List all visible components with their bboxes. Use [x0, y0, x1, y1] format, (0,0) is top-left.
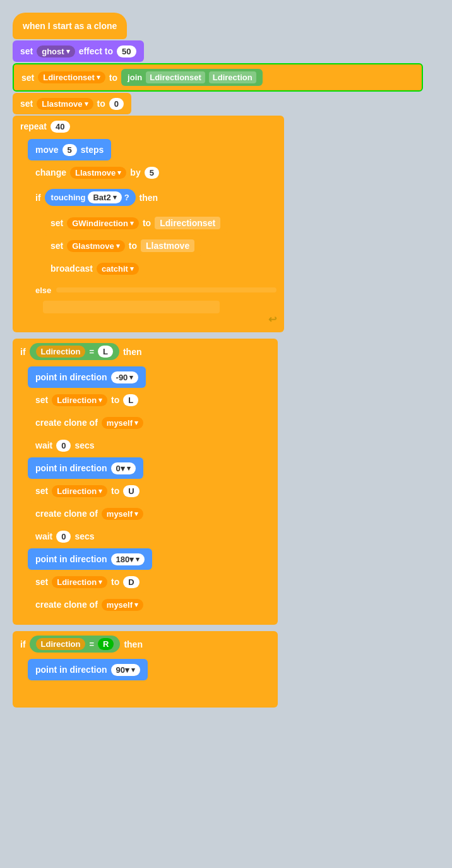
- repeat-block-wrapper: repeat 40 move 5 steps change Llastmove …: [13, 116, 284, 332]
- if-Ldirection-L-wrapper: if Ldirection = L then point in directio…: [13, 339, 278, 625]
- touching-condition: touching Bat2 ?: [45, 189, 136, 206]
- if-r-label: if: [20, 639, 26, 649]
- to-gl: to: [129, 241, 137, 251]
- ghost-dropdown[interactable]: ghost: [37, 45, 74, 57]
- R-value: R: [98, 638, 114, 650]
- set-Glastmove-block[interactable]: set Glastmove to Llastmove: [43, 235, 202, 256]
- change-label: change: [35, 167, 66, 178]
- set-Ldirection-L-block[interactable]: set Ldirection to L: [28, 389, 146, 411]
- move-label: move: [35, 145, 59, 155]
- change-Llastmove-block[interactable]: change Llastmove by 5: [28, 162, 167, 183]
- create-clone-3-block[interactable]: create clone of myself: [28, 594, 151, 615]
- set-ld-u-label: set: [35, 486, 48, 496]
- Ldirection-L-dropdown[interactable]: Ldirection: [52, 394, 107, 406]
- set-gl-label: set: [51, 241, 63, 251]
- to-ld-d: to: [111, 577, 119, 587]
- point-dir-90-block[interactable]: point in direction 90▾: [28, 659, 148, 680]
- point-90-label: point in direction: [35, 665, 107, 675]
- Ldirection-D-dropdown[interactable]: Ldirection: [52, 576, 107, 588]
- myself-2-dropdown[interactable]: myself: [102, 508, 143, 520]
- then-l-label: then: [123, 347, 142, 357]
- else-label: else: [35, 286, 51, 295]
- D-pill: D: [123, 576, 139, 588]
- point-dir-180-block[interactable]: point in direction 180▾: [28, 548, 152, 570]
- Ldirection-L-condition: Ldirection = L: [30, 343, 119, 360]
- hat-label: when I start as a clone: [23, 21, 117, 31]
- Ldirection-U-dropdown[interactable]: Ldirection: [52, 485, 107, 497]
- change-value: 5: [145, 167, 159, 179]
- steps-label: steps: [81, 145, 104, 155]
- by-label: by: [130, 167, 140, 178]
- if-Ldirection-R-wrapper: if Ldirection = R then point in directio…: [13, 631, 278, 708]
- question-mark: ?: [124, 193, 129, 202]
- Ldirectionset-dropdown[interactable]: Ldirectionset: [38, 71, 105, 83]
- GWindirection-dropdown[interactable]: GWindirection: [67, 217, 139, 229]
- wait-1-label: wait: [35, 440, 52, 450]
- broadcast-block[interactable]: broadcast catchit: [43, 258, 146, 279]
- wait-1-secs: secs: [74, 440, 94, 450]
- myself-3-dropdown[interactable]: myself: [102, 599, 143, 611]
- set-label: set: [20, 46, 33, 56]
- U-pill: U: [123, 485, 139, 497]
- point-neg90-label: point in direction: [35, 372, 107, 382]
- to-label2: to: [109, 73, 117, 83]
- if-l-label: if: [20, 347, 26, 357]
- point-dir-0-block[interactable]: point in direction 0▾: [28, 457, 143, 479]
- to-gw: to: [143, 218, 151, 228]
- Llastmove-dropdown[interactable]: Llastmove: [37, 98, 93, 110]
- wait-2-secs: secs: [74, 531, 94, 541]
- Bat2-dropdown[interactable]: Bat2: [88, 191, 121, 203]
- if-footer: ↩: [28, 315, 284, 323]
- set-ld-d-label: set: [35, 577, 48, 587]
- set-Ldirection-U-block[interactable]: set Ldirection to U: [28, 480, 147, 502]
- set-Ldirectionset-block[interactable]: set Ldirectionset to join Ldirectionset …: [13, 63, 423, 92]
- wait-2-block[interactable]: wait 0 secs: [28, 526, 102, 547]
- eq-r-label: =: [89, 639, 94, 649]
- myself-1-dropdown[interactable]: myself: [102, 417, 143, 429]
- repeat-header[interactable]: repeat 40: [13, 116, 284, 137]
- set-Ldirection-D-block[interactable]: set Ldirection to D: [28, 571, 147, 593]
- point-0-dropdown[interactable]: 0▾: [111, 462, 136, 474]
- broadcast-label: broadcast: [51, 263, 93, 274]
- create-clone-2-block[interactable]: create clone of myself: [28, 503, 151, 524]
- create-clone-2-label: create clone of: [35, 509, 98, 519]
- set-label3: set: [20, 99, 33, 109]
- L-pill: L: [123, 394, 138, 406]
- to-ld-l: to: [111, 395, 119, 405]
- effect-to-label: effect to: [79, 46, 113, 56]
- if-Ldirection-R-header[interactable]: if Ldirection = R then: [13, 631, 278, 657]
- create-clone-1-label: create clone of: [35, 418, 98, 428]
- repeat-value: 40: [51, 121, 69, 133]
- point-90-dropdown[interactable]: 90▾: [111, 664, 140, 676]
- catchit-dropdown[interactable]: catchit: [97, 263, 139, 275]
- create-clone-1-block[interactable]: create clone of myself: [28, 412, 151, 433]
- join-label: join: [128, 73, 142, 82]
- point-dir-neg90-block[interactable]: point in direction -90: [28, 366, 146, 388]
- Glastmove-dropdown[interactable]: Glastmove: [67, 240, 124, 252]
- point-0-label: point in direction: [35, 463, 107, 473]
- change-dropdown[interactable]: Llastmove: [70, 167, 126, 179]
- move-block[interactable]: move 5 steps: [28, 139, 111, 160]
- else-section: else: [28, 281, 284, 299]
- eq-label: =: [89, 347, 94, 356]
- set-label2: set: [21, 73, 34, 83]
- set-Llastmove-block[interactable]: set Llastmove to 0: [13, 93, 131, 114]
- wait-1-block[interactable]: wait 0 secs: [28, 435, 102, 456]
- hat-block[interactable]: when I start as a clone: [13, 13, 127, 39]
- set-ld-l-label: set: [35, 395, 48, 405]
- set-GWindirection-block[interactable]: set GWindirection to Ldirectionset: [43, 212, 228, 234]
- Llastmove-val: Llastmove: [141, 239, 194, 252]
- set-gw-label: set: [51, 218, 63, 228]
- join-block: join Ldirectionset Ldirection: [121, 69, 263, 86]
- wait-2-label: wait: [35, 531, 52, 541]
- set-ghost-block[interactable]: set ghost effect to 50: [13, 40, 144, 62]
- if-touching-header[interactable]: if touching Bat2 ? then: [28, 184, 284, 210]
- Llastmove-value: 0: [109, 98, 124, 110]
- point-180-dropdown[interactable]: 180▾: [111, 553, 145, 565]
- then-label: then: [140, 193, 158, 203]
- if-Ldirection-L-header[interactable]: if Ldirection = L then: [13, 339, 278, 365]
- join-val1: Ldirectionset: [146, 71, 205, 83]
- point-neg90-dropdown[interactable]: -90: [111, 371, 139, 383]
- Ldirection-var-r: Ldirection: [36, 638, 86, 650]
- Ldirectionset-val: Ldirectionset: [155, 217, 220, 229]
